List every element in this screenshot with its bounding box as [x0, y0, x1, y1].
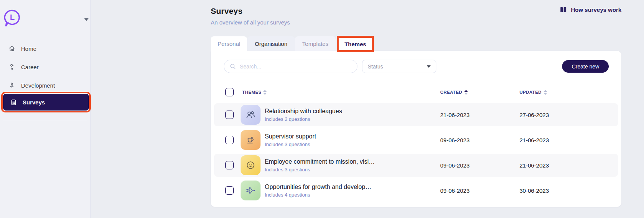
table-row[interactable]: Employee commitment to mission, visi… In… [214, 154, 618, 177]
chevron-down-icon[interactable] [84, 16, 88, 23]
column-header-created[interactable]: CREATED [440, 90, 519, 95]
updated-date: 21-06-2023 [519, 162, 618, 169]
theme-title: Opportunities for growth and develop… [265, 184, 371, 190]
theme-title: Supervisor support [265, 133, 316, 140]
chevron-down-icon [427, 65, 431, 68]
tab-templates[interactable]: Templates [295, 36, 336, 51]
sort-asc-icon [464, 90, 468, 95]
column-label: CREATED [440, 90, 462, 94]
theme-tile [241, 155, 261, 175]
row-checkbox[interactable] [225, 136, 234, 144]
home-icon [8, 45, 16, 52]
people-icon [245, 109, 256, 120]
column-label: UPDATED [519, 90, 542, 94]
tab-organisation[interactable]: Organisation [247, 36, 295, 51]
create-new-button[interactable]: Create new [562, 60, 609, 73]
plane-icon [245, 185, 256, 196]
theme-tile [241, 130, 261, 150]
sidebar-nav: Home Career Development [0, 39, 90, 120]
app-root: L Home Career D [0, 0, 644, 218]
surveys-annotation-highlight: Surveys [1, 92, 91, 112]
sidebar-item-surveys[interactable]: Surveys [3, 94, 89, 111]
sidebar-item-label: Career [21, 64, 39, 70]
updated-date: 21-06-2023 [519, 137, 618, 143]
sidebar: L Home Career D [0, 0, 91, 218]
created-date: 09-06-2023 [440, 162, 519, 169]
table-row[interactable]: Relationship with colleagues Includes 2 … [214, 103, 618, 126]
tab-label: Templates [302, 41, 328, 47]
theme-subtitle: Includes 3 questions [265, 142, 316, 147]
career-icon [8, 63, 16, 71]
row-checkbox[interactable] [225, 161, 234, 169]
theme-tile [241, 105, 261, 125]
status-filter-label: Status [368, 63, 383, 70]
theme-title: Relationship with colleagues [265, 108, 342, 115]
themes-annotation-highlight: Themes [337, 36, 374, 52]
help-link-label: How surveys work [571, 7, 621, 13]
table-body: Relationship with colleagues Includes 2 … [214, 103, 618, 202]
theme-title: Employee commitment to mission, visi… [265, 158, 375, 165]
theme-subtitle: Includes 4 questions [265, 192, 371, 198]
table-row[interactable]: Opportunities for growth and develop… In… [214, 179, 618, 202]
table-header: THEMES CREATED UPDATED [214, 88, 618, 97]
column-header-updated[interactable]: UPDATED [519, 90, 618, 95]
sidebar-item-label: Home [21, 46, 36, 52]
main-content: How surveys work Surveys An overview of … [211, 0, 621, 207]
search-icon [229, 63, 236, 70]
sidebar-divider [3, 120, 87, 120]
status-filter-dropdown[interactable]: Status [362, 60, 436, 73]
logo-letter: L [10, 13, 15, 22]
rocket-icon [8, 81, 16, 89]
search-input[interactable] [240, 63, 357, 70]
created-date: 09-06-2023 [440, 137, 519, 143]
row-checkbox[interactable] [225, 186, 234, 195]
created-date: 21-06-2023 [440, 112, 519, 118]
tab-bar: Personal Organisation Templates Themes [211, 36, 621, 51]
theme-subtitle: Includes 3 questions [265, 167, 375, 172]
row-checkbox[interactable] [225, 111, 234, 119]
surveys-card: Status Create new THEMES CREATED UPDATED [211, 51, 621, 207]
app-logo[interactable]: L [4, 9, 21, 27]
sidebar-item-home[interactable]: Home [0, 39, 90, 58]
theme-subtitle: Includes 2 questions [265, 116, 342, 122]
how-surveys-work-link[interactable]: How surveys work [559, 6, 621, 13]
book-icon [559, 6, 567, 13]
coffee-icon [245, 135, 256, 145]
sidebar-item-label: Development [21, 82, 55, 89]
updated-date: 27-06-2023 [519, 112, 618, 118]
updated-date: 30-06-2023 [519, 187, 618, 194]
sidebar-item-career[interactable]: Career [0, 58, 90, 76]
smiley-icon [245, 160, 256, 171]
column-label: THEMES [242, 90, 261, 94]
tab-label: Personal [218, 41, 240, 47]
column-header-themes[interactable]: THEMES [242, 90, 440, 95]
sort-icon [544, 90, 547, 95]
tab-personal[interactable]: Personal [211, 36, 247, 51]
created-date: 09-06-2023 [440, 187, 519, 194]
page-subtitle: An overview of all your surveys [211, 19, 621, 26]
sort-icon [263, 90, 267, 95]
sidebar-item-label: Surveys [23, 99, 45, 106]
table-row[interactable]: Supervisor support Includes 3 questions … [214, 129, 618, 151]
tab-themes[interactable]: Themes [339, 38, 372, 50]
toolbar: Status Create new [211, 51, 621, 73]
search-box [224, 60, 357, 73]
clipboard-icon [10, 99, 17, 106]
tab-label: Organisation [255, 41, 287, 47]
tab-label: Themes [344, 41, 366, 47]
select-all-checkbox[interactable] [225, 88, 234, 96]
theme-tile [241, 181, 261, 200]
